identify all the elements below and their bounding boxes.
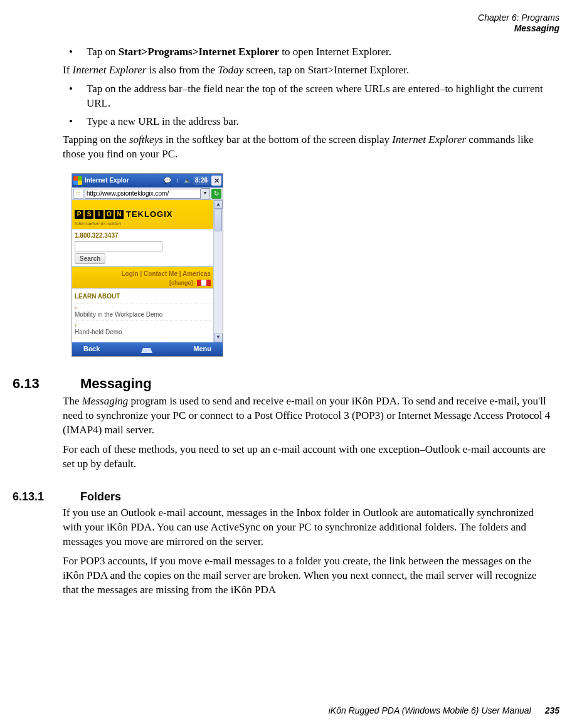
scroll-down-button[interactable]: ▼ — [214, 334, 223, 342]
close-button[interactable]: ✕ — [211, 176, 221, 186]
footer-title: iKôn Rugged PDA (Windows Mobile 6) User … — [329, 705, 531, 715]
keyboard-icon[interactable] — [141, 346, 152, 353]
brand-tagline: information in motion — [75, 221, 121, 228]
bullet-address-bar: Tap on the address bar–the field near th… — [63, 82, 553, 111]
ie-mobile-screenshot: Internet Explor 💬 ↕ 🔈 8:26 ✕ ▭ http://ww… — [71, 173, 223, 357]
chat-icon[interactable]: 💬 — [163, 176, 172, 185]
utility-links: Login | Contact Me | Americas [change] — [72, 267, 213, 288]
speaker-icon[interactable]: 🔈 — [183, 176, 192, 185]
util-links-text[interactable]: Login | Contact Me | Americas — [122, 270, 211, 277]
section-num-613: 6.13 — [13, 374, 63, 393]
search-input[interactable] — [75, 241, 162, 251]
address-bar: ▭ http://www.psionteklogix.com/ ▾ ↻ — [72, 187, 223, 200]
scroll-thumb[interactable] — [214, 209, 222, 231]
psion-logo: P S I O N — [75, 210, 124, 219]
search-button[interactable]: Search — [75, 253, 105, 265]
header-chapter: Chapter 6: Programs — [13, 13, 559, 23]
change-link[interactable]: [change] — [169, 280, 193, 286]
scroll-up-button[interactable]: ▲ — [214, 200, 223, 209]
page-viewport[interactable]: P S I O N TEKLOGIX information in motion… — [72, 200, 213, 342]
title-bar: Internet Explor 💬 ↕ 🔈 8:26 ✕ — [72, 174, 223, 187]
phone-section: 1.800.322.3437 Search — [72, 229, 213, 267]
folders-para1: If you use an Outlook e-mail account, me… — [63, 506, 553, 549]
learn-link-1[interactable]: Mobility in the Workplace Demo — [75, 303, 211, 321]
flag-icon — [197, 280, 211, 286]
phone-number: 1.800.322.3437 — [75, 231, 211, 240]
url-dropdown[interactable]: ▾ — [201, 188, 210, 199]
scrollbar[interactable]: ▲ ▼ — [213, 200, 223, 342]
page-footer: iKôn Rugged PDA (Windows Mobile 6) User … — [13, 705, 559, 717]
page-header: Chapter 6: Programs Messaging — [13, 13, 559, 34]
page-number: 235 — [545, 705, 559, 715]
messaging-para1: The Messaging program is used to send an… — [63, 394, 553, 438]
go-button[interactable]: ↻ — [211, 189, 221, 199]
header-section: Messaging — [13, 23, 559, 34]
teklogix-text: TEKLOGIX — [126, 209, 172, 220]
para-softkeys: Tapping on the softkeys in the softkey b… — [63, 133, 553, 162]
url-input[interactable]: http://www.psionteklogix.com/ — [85, 189, 201, 199]
scroll-track[interactable] — [214, 209, 223, 334]
windows-logo-icon[interactable] — [73, 176, 82, 185]
folders-para2: For POP3 accounts, if you move e-mail me… — [63, 554, 553, 598]
learn-link-2[interactable]: Hand-held Demo — [75, 320, 211, 339]
bullet-open-ie: Tap on Start>Programs>Internet Explorer … — [63, 45, 553, 60]
clock[interactable]: 8:26 — [193, 176, 209, 185]
learn-about-header: LEARN ABOUT — [75, 292, 211, 301]
section-title-folders: Folders — [80, 489, 121, 504]
learn-about-section: LEARN ABOUT Mobility in the Workplace De… — [72, 288, 213, 342]
softkey-bar: Back Menu — [72, 342, 223, 356]
para-today-screen: If Internet Explorer is also from the To… — [63, 63, 553, 78]
back-softkey[interactable]: Back — [83, 344, 100, 354]
bullet-type-url: Type a new URL in the address bar. — [63, 115, 553, 129]
sync-icon[interactable]: ↕ — [173, 176, 182, 185]
messaging-para2: For each of these methods, you need to s… — [63, 443, 553, 472]
section-num-6131: 6.13.1 — [13, 489, 63, 504]
window-title: Internet Explor — [85, 176, 162, 185]
brand-header: P S I O N TEKLOGIX information in motion — [72, 200, 213, 229]
section-title-messaging: Messaging — [80, 374, 152, 393]
menu-softkey[interactable]: Menu — [193, 344, 211, 354]
favicon-icon: ▭ — [73, 189, 83, 199]
